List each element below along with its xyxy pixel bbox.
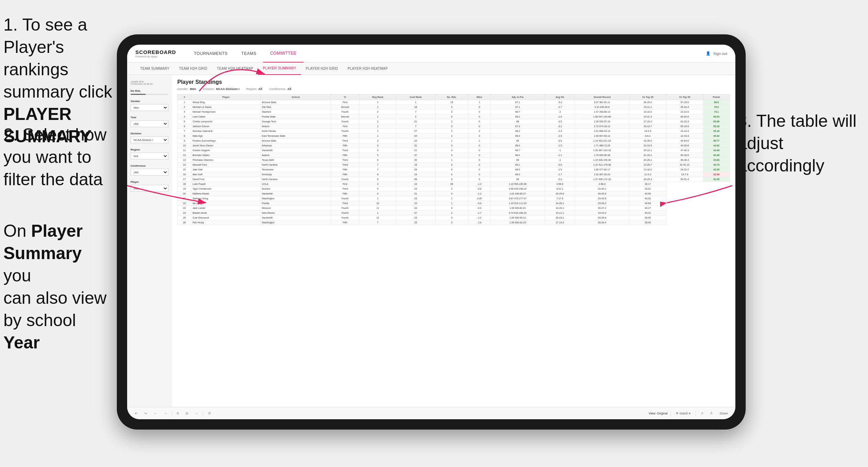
- cell-8-4: 3: [359, 138, 396, 143]
- table-row[interactable]: 9Preston SummerhaysArizona StateThird324…: [178, 138, 730, 143]
- logo-text: SCOREBOARD: [135, 49, 176, 55]
- table-row[interactable]: 15Jake HallTennesseeFifth7286068.5-1.51.…: [178, 167, 730, 172]
- cell-13-3: Third: [331, 163, 359, 167]
- cell-2-9: -2: [545, 110, 575, 114]
- table-row[interactable]: 8Mats EgeEast Tennessee StateFifth124226…: [178, 134, 730, 138]
- export-btn[interactable]: ↗: [699, 411, 705, 416]
- cell-14-0: 15: [178, 167, 191, 172]
- table-row[interactable]: 18Luke PowellUCLAFirst42469-1.31.13 500-…: [178, 182, 730, 187]
- table-row[interactable]: 11Gordon SargentVanderbiltThird4210068.7…: [178, 148, 730, 153]
- cell-16-8: 69: [490, 177, 545, 182]
- table-row[interactable]: 22Ian GilliganFloridaThird10241-0.81.43 …: [178, 201, 730, 206]
- cell-6-9: -2.3: [545, 129, 575, 134]
- forward-btn[interactable]: →: [162, 411, 169, 416]
- cell-17-3: First: [331, 182, 359, 187]
- table-row[interactable]: 1Wenyi DingArizona StateFirst1115167.1-3…: [178, 100, 730, 105]
- table-row[interactable]: 12Brendan ValdesAuburnFifth5370068.4-1.1…: [178, 153, 730, 158]
- division-select[interactable]: NCAA Division I: [131, 136, 168, 143]
- cell-14-4: 7: [359, 167, 396, 172]
- cell-8-0: 9: [178, 138, 191, 143]
- gender-select[interactable]: Men Women: [131, 104, 168, 111]
- cell-10-8: 68.7: [490, 148, 545, 153]
- conference-select[interactable]: (All): [131, 169, 168, 176]
- table-row[interactable]: 6Jackson KoivunAuburnFirst170067.3-3.12.…: [178, 124, 730, 129]
- more-btn[interactable]: ···: [193, 411, 200, 416]
- table-row[interactable]: 10Jacob Skov-OlesenArkansasFifth3310068.…: [178, 143, 730, 148]
- paste-btn[interactable]: ⊡: [183, 411, 190, 416]
- table-row[interactable]: 4Luke ClatonFlorida StateSecond120068.2-…: [178, 114, 730, 119]
- table-row[interactable]: 25Cole SherwoodVanderbiltFourth12230-1.2…: [178, 215, 730, 220]
- undo-btn[interactable]: ↩: [133, 411, 140, 416]
- cell-1-12: 35-16-4: [666, 105, 703, 110]
- table-row[interactable]: 24Bastien AmatNew MexicoFourth1272-1.70.…: [178, 211, 730, 215]
- cell-10-13: 43.49: [703, 148, 730, 153]
- table-header-row: # Player School Yr Reg Rank Conf Rank No…: [178, 94, 730, 100]
- cell-13-11: 22-29-7: [629, 163, 666, 167]
- no-rds-slider[interactable]: [131, 94, 168, 95]
- cell-0-6: 15: [435, 100, 468, 105]
- cell-8-2: Arizona State: [261, 138, 331, 143]
- cell-10-7: 0: [468, 148, 490, 153]
- table-row[interactable]: 5Christo LamprechtGeorgia TechFourth2212…: [178, 119, 730, 124]
- table-row[interactable]: 23Jack LundinMissouriFourth11240-0.31.08…: [178, 206, 730, 211]
- redo-btn[interactable]: ↪: [142, 411, 149, 416]
- cell-12-4: 6: [359, 158, 396, 163]
- cell-8-12: 44-64-6: [666, 138, 703, 143]
- cell-24-2: Vanderbilt: [261, 215, 331, 220]
- clock-btn[interactable]: ⏱: [206, 411, 213, 416]
- dots-btn[interactable]: ⠿: [708, 411, 715, 416]
- cell-17-2: UCLA: [261, 182, 331, 187]
- table-row[interactable]: 14Maxwell FordNorth CarolinaThird7230069…: [178, 163, 730, 167]
- sign-out[interactable]: Sign out: [713, 52, 727, 56]
- year-select[interactable]: (All) First Second Third Fourth Fifth: [131, 120, 168, 127]
- cell-5-8: 67.3: [490, 124, 545, 129]
- cell-18-5: 23: [396, 187, 435, 191]
- cell-23-5: 27: [396, 211, 435, 215]
- cell-8-5: 24: [396, 138, 435, 143]
- cell-10-10: 1.50 387-133-16: [575, 148, 630, 153]
- cell-5-0: 6: [178, 124, 191, 129]
- sub-nav-team-summary[interactable]: TEAM SUMMARY: [135, 63, 174, 75]
- cell-13-9: -0.5: [545, 163, 575, 167]
- cell-17-7: -1.3: [468, 182, 490, 187]
- cell-8-1: Preston Summerhays: [191, 138, 261, 143]
- gender-label: Gender: [131, 100, 168, 103]
- share-btn[interactable]: Share: [717, 411, 730, 416]
- cell-23-7: -1.7: [468, 211, 490, 215]
- table-row[interactable]: 17David FordNorth CarolinaFourth9690069-…: [178, 177, 730, 182]
- cell-15-10: 1.92 467-29-23: [575, 172, 630, 177]
- table-row[interactable]: 19Tiger ChristensenArizonaThird5232-0.80…: [178, 187, 730, 191]
- table-row[interactable]: 2Michael Le SassoOle MissSecond1180067.1…: [178, 105, 730, 110]
- cell-24-4: 12: [359, 215, 396, 220]
- col-vs-top25: Vs Top 25: [629, 94, 666, 100]
- watch-btn[interactable]: 👁 Watch ▾: [674, 411, 693, 416]
- region-select[interactable]: N/A All: [131, 153, 168, 159]
- sidebar-filters: Update time: 27/03/2024 16:56:26 No Rds.…: [127, 75, 172, 407]
- arrow-1: [196, 53, 271, 94]
- cell-11-6: 0: [435, 153, 468, 158]
- cell-2-13: 73.1: [703, 110, 730, 114]
- table-row[interactable]: 16Alex GoffKentuckyFifth8190068.3-1.71.9…: [178, 172, 730, 177]
- table-row[interactable]: 3Michael ThorbjornsenStanfordFourth27006…: [178, 110, 730, 114]
- cell-12-2: Texas A&M: [261, 158, 331, 163]
- table-row[interactable]: 13Phichaksn MaichonTexas A&MThird6301069…: [178, 158, 730, 163]
- table-row[interactable]: 20Matthew RiedelVanderbiltFifth6210-1.21…: [178, 191, 730, 196]
- cell-24-5: 23: [396, 215, 435, 220]
- col-yr: Yr: [331, 94, 359, 100]
- table-row[interactable]: 26Petr HrubyWashingtonFifth7250-1.81.56 …: [178, 220, 730, 225]
- back-btn[interactable]: ←: [152, 411, 159, 416]
- copy-btn[interactable]: ⎘: [175, 411, 181, 416]
- cell-12-3: Third: [331, 158, 359, 163]
- table-row[interactable]: 7Nicholas GabrelcikNorth FloridaFourth12…: [178, 129, 730, 134]
- rankings-table: # Player School Yr Reg Rank Conf Rank No…: [177, 94, 730, 225]
- sub-nav-player-h2h-heatmap[interactable]: PLAYER H2H HEATMAP: [343, 63, 393, 75]
- table-row[interactable]: 21Taehoon SongWashingtonFourth1231-0.870…: [178, 196, 730, 201]
- cell-4-3: Fourth: [331, 119, 359, 124]
- cell-25-11: 36.45: [629, 220, 666, 225]
- col-points: Points: [703, 94, 730, 100]
- cell-3-3: Second: [331, 114, 359, 119]
- cell-18-3: Third: [331, 187, 359, 191]
- division-label: Division: [131, 132, 168, 135]
- sub-nav-player-h2h-grid[interactable]: PLAYER H2H GRID: [301, 63, 343, 75]
- cell-25-9: 17-14-2: [545, 220, 575, 225]
